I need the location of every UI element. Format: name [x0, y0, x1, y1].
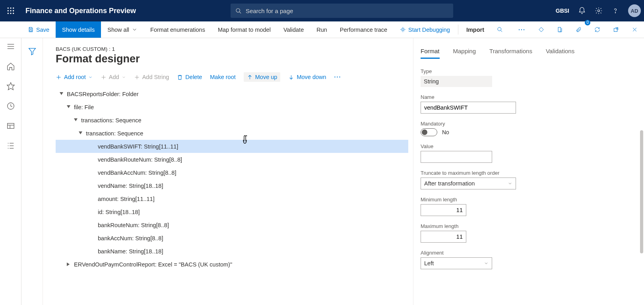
tree-more-button[interactable]: ···	[334, 74, 341, 80]
main-area: BACS (UK CUSTOM) : 1 Format designer Add…	[43, 38, 644, 305]
svg-marker-48	[74, 118, 78, 121]
format-enumerations-button[interactable]: Format enumerations	[144, 21, 211, 38]
show-all-button[interactable]: Show all	[101, 21, 144, 38]
company-label[interactable]: GBSI	[556, 8, 569, 14]
app-launcher-button[interactable]	[0, 0, 21, 21]
action-bar: Save Show details Show all Format enumer…	[0, 21, 644, 38]
maxlen-label: Maximum length	[421, 223, 632, 229]
paperclip-icon	[576, 27, 582, 33]
gear-icon[interactable]	[595, 7, 603, 15]
tab-validations[interactable]: Validations	[546, 48, 574, 59]
more-actions-button[interactable]: ···	[512, 21, 532, 38]
chevron-down-icon	[88, 75, 93, 79]
start-debugging-button[interactable]: Start Debugging	[394, 21, 456, 38]
svg-marker-46	[60, 92, 63, 95]
chevron-down-icon	[484, 261, 489, 266]
arrow-up-icon	[247, 74, 253, 80]
workspace-icon[interactable]	[6, 122, 15, 130]
truncate-select[interactable]: After transformation	[421, 178, 516, 189]
search-box[interactable]	[231, 4, 453, 18]
svg-marker-17	[539, 27, 543, 32]
tree-node[interactable]: bankName: String[18..18]	[56, 245, 408, 258]
tree-node-transaction[interactable]: transaction: Sequence	[56, 127, 408, 140]
minlen-label: Minimum length	[421, 197, 632, 203]
modules-icon[interactable]	[6, 141, 15, 150]
hamburger-icon[interactable]	[6, 42, 15, 51]
home-icon[interactable]	[6, 62, 15, 71]
search-action-button[interactable]	[491, 21, 509, 38]
filter-icon[interactable]	[28, 47, 37, 56]
tree-node[interactable]: vendBankAccNum: String[8..8]	[56, 166, 408, 179]
scrollbar-thumb[interactable]	[640, 130, 643, 253]
tree-node-transactions[interactable]: transactions: Sequence	[56, 114, 408, 127]
name-input[interactable]	[421, 102, 516, 114]
page-icon	[557, 27, 563, 33]
user-avatar[interactable]: AD	[628, 4, 641, 17]
validate-button[interactable]: Validate	[277, 21, 310, 38]
value-label: Value	[421, 143, 632, 149]
add-root-button[interactable]: Add root	[56, 74, 93, 80]
alignment-select[interactable]: Left	[421, 257, 492, 269]
maxlen-input[interactable]	[421, 231, 466, 243]
breadcrumb: BACS (UK CUSTOM) : 1	[56, 46, 408, 52]
map-format-button[interactable]: Map format to model	[211, 21, 277, 38]
svg-line-16	[500, 30, 502, 32]
tab-mapping[interactable]: Mapping	[453, 48, 476, 59]
tree-node[interactable]: id: String[18..18]	[56, 205, 408, 218]
show-details-button[interactable]: Show details	[56, 21, 101, 38]
diamond-action-button[interactable]	[532, 21, 551, 38]
svg-point-8	[13, 13, 14, 14]
help-icon[interactable]	[611, 7, 619, 15]
collapse-icon	[60, 92, 63, 96]
run-button[interactable]: Run	[310, 21, 334, 38]
close-button[interactable]	[625, 21, 644, 38]
performance-trace-button[interactable]: Performance trace	[334, 21, 394, 38]
refresh-button[interactable]	[588, 21, 607, 38]
minlen-input[interactable]	[421, 204, 466, 216]
tree-node[interactable]: bankRouteNum: String[8..8]	[56, 218, 408, 232]
make-root-button[interactable]: Make root	[210, 74, 235, 80]
tree-node[interactable]: vendBankRouteNum: String[8..8]	[56, 153, 408, 166]
tree-node-file[interactable]: file: File	[56, 100, 408, 114]
tree-node-report[interactable]: ERVendOutPaymControlReport: Excel = "BAC…	[56, 258, 408, 271]
tree-node-folder[interactable]: BACSReportsFolder: Folder	[56, 87, 408, 100]
tab-format[interactable]: Format	[421, 48, 440, 59]
svg-point-15	[498, 27, 501, 31]
tree-toolbar: Add root Add Add String Delete Make root	[56, 72, 408, 82]
left-nav-rail	[0, 38, 21, 305]
search-input[interactable]	[246, 8, 448, 14]
svg-marker-47	[67, 105, 70, 108]
mandatory-toggle[interactable]	[421, 128, 437, 136]
tree-node-selected[interactable]: vendBankSWIFT: String[11..11]	[56, 140, 408, 153]
attachments-button[interactable]: 0	[569, 21, 588, 38]
collapse-icon	[79, 131, 82, 135]
delete-button[interactable]: Delete	[177, 74, 202, 80]
recent-icon[interactable]	[6, 102, 15, 110]
tree-node[interactable]: amount: String[11..11]	[56, 192, 408, 205]
add-string-button[interactable]: Add String	[134, 74, 169, 80]
search-icon	[235, 8, 242, 14]
tree-node[interactable]: bankAccNum: String[8..8]	[56, 232, 408, 245]
field-alignment: Alignment Left	[421, 250, 632, 269]
svg-point-9	[236, 8, 240, 12]
value-input[interactable]	[421, 151, 492, 163]
type-label: Type	[421, 68, 632, 74]
tree-node[interactable]: vendName: String[18..18]	[56, 179, 408, 192]
expand-icon	[67, 263, 70, 266]
popout-button[interactable]	[607, 21, 625, 38]
page-options-button[interactable]	[551, 21, 569, 38]
move-down-button[interactable]: Move down	[288, 74, 326, 80]
svg-marker-50	[67, 263, 70, 266]
move-up-button[interactable]: Move up	[244, 72, 281, 82]
bell-icon[interactable]	[578, 7, 586, 15]
star-icon[interactable]	[6, 82, 15, 91]
mandatory-label: Mandatory	[421, 121, 632, 127]
tab-transformations[interactable]: Transformations	[489, 48, 532, 59]
svg-marker-49	[79, 131, 82, 134]
import-button[interactable]: Import	[460, 21, 491, 38]
type-value: String	[421, 76, 492, 87]
mandatory-value: No	[442, 129, 449, 135]
save-button[interactable]: Save	[21, 21, 56, 38]
svg-point-2	[13, 8, 14, 9]
add-button[interactable]: Add	[101, 74, 126, 80]
